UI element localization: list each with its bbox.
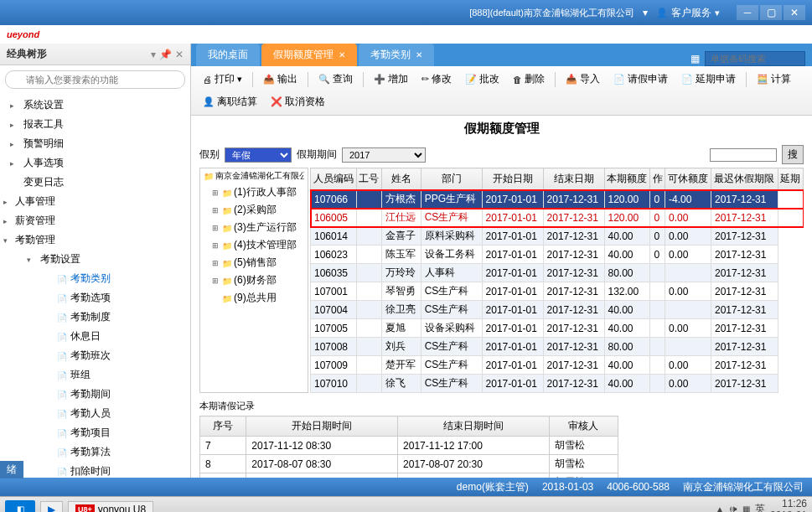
dept-item[interactable]: ⊞(5)销售部 xyxy=(200,254,308,272)
customer-service[interactable]: 👤 客户服务 ▾ xyxy=(656,6,720,20)
tree-leaf[interactable]: 考勤人员 xyxy=(0,404,190,423)
tree-leaf[interactable]: 扣除时间 xyxy=(0,462,190,478)
filter-input[interactable] xyxy=(710,148,777,162)
search-button[interactable]: 搜 xyxy=(782,145,804,164)
tab-vacation[interactable]: 假期额度管理✕ xyxy=(261,44,357,66)
close-icon[interactable]: ✕ xyxy=(339,50,345,59)
tree-leaf[interactable]: 考勤算法 xyxy=(0,442,190,462)
status-date: 2018-01-03 xyxy=(542,481,593,493)
col-header[interactable]: 结束日期 xyxy=(543,168,604,190)
tree-leaf[interactable]: 考勤期间 xyxy=(0,385,190,404)
col-header[interactable]: 工号 xyxy=(356,168,381,190)
table-row[interactable]: 106023陈玉军设备工务科2017-01-012017-12-3140.000… xyxy=(311,246,804,264)
minimize-button[interactable]: ─ xyxy=(737,5,758,20)
tree-leaf[interactable]: 考勤项目 xyxy=(0,423,190,442)
tree-attendance[interactable]: ▾考勤管理 xyxy=(0,230,190,250)
calc-button[interactable]: 🧮 计算 xyxy=(752,70,796,89)
dept-item[interactable]: ⊞(6)财务部 xyxy=(200,272,308,289)
close-button[interactable]: ✕ xyxy=(784,5,805,20)
table-row[interactable]: 107005夏旭设备采购科2017-01-012017-12-3140.000.… xyxy=(311,319,804,338)
batch-button[interactable]: 📝 批改 xyxy=(460,70,504,89)
table-row[interactable]: 82017-08-07 08:302017-08-07 20:30胡雪松 xyxy=(200,455,618,473)
table-row[interactable]: 72017-11-12 08:302017-11-12 17:00胡雪松 xyxy=(200,437,618,455)
col-header[interactable]: 开始日期时间 xyxy=(246,416,398,437)
cancel-qual-button[interactable]: ❌ 取消资格 xyxy=(266,92,330,111)
add-button[interactable]: ➕ 增加 xyxy=(369,70,413,89)
table-row[interactable]: 107010徐飞CS生产科2017-01-012017-12-3140.000.… xyxy=(311,375,804,393)
query-button[interactable]: 🔍 查询 xyxy=(313,70,358,89)
dept-item[interactable]: ⊞(4)技术管理部 xyxy=(200,236,308,254)
print-button[interactable]: 🖨 打印 ▾ xyxy=(198,70,247,89)
extend-apply-button[interactable]: 📄 延期申请 xyxy=(676,70,741,89)
tree-leaf[interactable]: 考勤制度 xyxy=(0,308,190,327)
tray-icon[interactable]: ▦ xyxy=(742,504,750,512)
col-header[interactable]: 审核人 xyxy=(549,416,618,437)
edit-button[interactable]: ✏ 修改 xyxy=(416,70,457,89)
ime-indicator[interactable]: 英 xyxy=(755,502,765,512)
table-row[interactable]: 107009楚开军CS生产科2017-01-012017-12-3140.000… xyxy=(311,356,804,375)
task-item[interactable]: U8+ yonyou U8 xyxy=(68,501,153,513)
leave-apply-button[interactable]: 📄 请假申请 xyxy=(608,70,673,89)
col-header[interactable]: 延期 xyxy=(778,168,803,190)
col-header[interactable]: 部门 xyxy=(421,168,482,190)
tab-attendance-type[interactable]: 考勤类别✕ xyxy=(359,44,434,66)
maximize-button[interactable]: ▢ xyxy=(760,5,782,20)
table-row[interactable]: 92017-03-31 08:302017-03-31 17:00胡雪松 xyxy=(200,473,618,478)
tab-desktop[interactable]: 我的桌面 xyxy=(196,44,260,66)
tree-leaf[interactable]: 考勤选项 xyxy=(0,288,190,308)
col-header[interactable]: 本期额度 xyxy=(604,168,650,190)
task-item[interactable]: ▶ xyxy=(40,501,63,513)
resign-button[interactable]: 👤 离职结算 xyxy=(198,92,262,111)
table-row[interactable]: 107066方根杰PPG生产科2017-01-012017-12-31120.0… xyxy=(311,190,804,209)
dept-item[interactable]: (9)总共用 xyxy=(200,289,308,307)
table-row[interactable]: 107008刘兵CS生产科2017-01-012017-12-3180.0020… xyxy=(311,338,804,356)
dept-item[interactable]: ⊞(1)行政人事部 xyxy=(200,184,308,201)
import-button[interactable]: 📥 导入 xyxy=(561,70,605,89)
logo: ueyond xyxy=(7,29,39,39)
export-button[interactable]: 📤 输出 xyxy=(258,70,303,89)
table-row[interactable]: 106035万玲玲人事科2017-01-012017-12-3180.00201… xyxy=(311,264,804,282)
col-header[interactable]: 可休额度 xyxy=(665,168,711,190)
filters: 假别 年假 假期期间 2017 搜 xyxy=(191,142,812,168)
tree-leaf[interactable]: 班组 xyxy=(0,365,190,385)
col-header[interactable]: 序号 xyxy=(200,416,246,437)
table-row[interactable]: 106005江仕远CS生产科2017-01-012017-12-31120.00… xyxy=(311,209,804,227)
sidebar-dropdown-icon[interactable]: ▾ xyxy=(151,49,156,60)
tree-leaf[interactable]: 考勤类别 xyxy=(0,269,190,288)
col-header[interactable]: 最迟休假期限 xyxy=(711,168,778,190)
col-header[interactable]: 人员编码 xyxy=(311,168,357,190)
barcode-search[interactable] xyxy=(705,51,805,66)
col-header[interactable]: 作 xyxy=(650,168,665,190)
sidebar-close-icon[interactable]: ✕ xyxy=(175,49,184,60)
table-row[interactable]: 106014金喜子原料采购科2017-01-012017-12-3140.000… xyxy=(311,227,804,246)
tray-icon[interactable]: ▲ xyxy=(716,504,724,512)
delete-button[interactable]: 🗑 删除 xyxy=(508,70,550,89)
tree-item[interactable]: ▸预警明细 xyxy=(0,134,190,153)
tree-leaf[interactable]: 考勤班次 xyxy=(0,346,190,365)
sidebar-pin-icon[interactable]: 📌 xyxy=(159,49,172,60)
tree-group[interactable]: ▸人事管理 xyxy=(0,192,190,211)
tree-item[interactable]: ▸报表工具 xyxy=(0,115,190,134)
col-header[interactable]: 结束日期时间 xyxy=(398,416,550,437)
tree-item[interactable]: ▸人事选项 xyxy=(0,153,190,173)
period-select[interactable]: 2017 xyxy=(342,147,426,163)
table-row[interactable]: 107004徐卫亮CS生产科2017-01-012017-12-3140.002… xyxy=(311,301,804,319)
tree-leaf[interactable]: 休息日 xyxy=(0,327,190,346)
col-header[interactable]: 开始日期 xyxy=(482,168,543,190)
col-header[interactable]: 姓名 xyxy=(382,168,422,190)
tray-icon[interactable]: 🕪 xyxy=(729,504,737,512)
close-icon[interactable]: ✕ xyxy=(416,50,422,59)
tree-attendance-settings[interactable]: ▾考勤设置 xyxy=(0,250,190,269)
tree-group[interactable]: ▸薪资管理 xyxy=(0,211,190,230)
dept-item[interactable]: ⊞(3)生产运行部 xyxy=(200,219,308,236)
start-button[interactable]: ◧ xyxy=(5,500,35,513)
sub-title: 本期请假记录 xyxy=(191,396,812,416)
dept-root[interactable]: 南京金浦锦湖化工有限公司 xyxy=(200,168,308,184)
tree-item[interactable]: 变更日志 xyxy=(0,173,190,192)
table-row[interactable]: 107001琴智勇CS生产科2017-01-012017-12-31132.00… xyxy=(311,282,804,301)
tree-item[interactable]: ▸系统设置 xyxy=(0,96,190,115)
type-select[interactable]: 年假 xyxy=(225,147,292,163)
dept-item[interactable]: ⊞(2)采购部 xyxy=(200,201,308,219)
clock-time: 11:26 xyxy=(770,498,807,509)
search-input[interactable] xyxy=(5,70,185,89)
